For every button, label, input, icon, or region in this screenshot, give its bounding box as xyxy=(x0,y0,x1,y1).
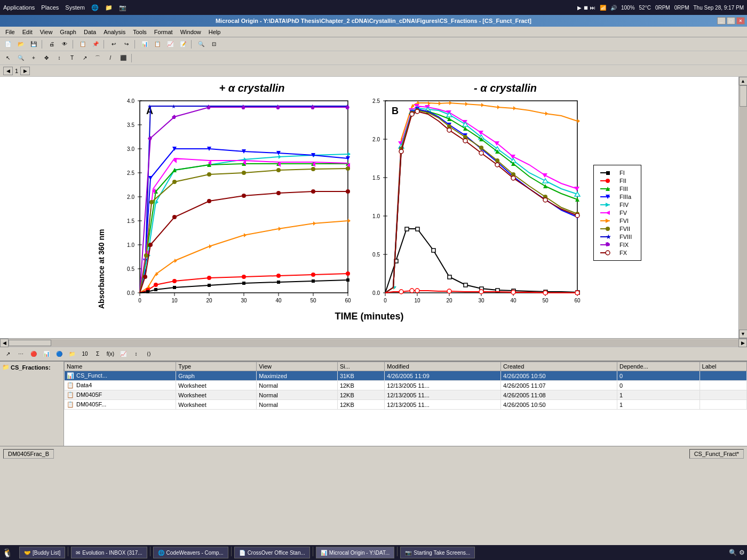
col-view[interactable]: View xyxy=(257,362,338,371)
save-btn[interactable]: 💾 xyxy=(28,39,39,50)
camera-icon: 📷 xyxy=(119,4,126,11)
taskbar-search-icon[interactable]: 🔍 xyxy=(729,549,737,556)
paste-btn[interactable]: 📌 xyxy=(90,39,101,50)
svg-point-234 xyxy=(543,198,547,202)
pointer-btn[interactable]: ↖ xyxy=(2,53,14,63)
cell-depends: 0 xyxy=(617,381,700,390)
taskbar-item-5[interactable]: 📷Starting Take Screens... xyxy=(400,547,475,558)
undo-btn[interactable]: ↩ xyxy=(108,39,120,50)
notes-btn[interactable]: 📝 xyxy=(177,39,189,50)
bt-btn5[interactable]: 🔵 xyxy=(53,349,65,359)
minimize-button[interactable]: _ xyxy=(717,17,726,25)
cell-type: Worksheet xyxy=(176,381,257,390)
text-btn[interactable]: T xyxy=(66,53,78,63)
legend-fvi: FVI xyxy=(600,218,634,224)
zoom-btn[interactable]: 🔍 xyxy=(15,53,27,63)
hscroll-thumb[interactable] xyxy=(9,340,51,346)
redo-btn[interactable]: ↪ xyxy=(121,39,132,50)
bt-btn11[interactable]: ↕ xyxy=(130,349,142,359)
bt-btn6[interactable]: 📁 xyxy=(66,349,78,359)
table-row[interactable]: 📋DM0405F...WorksheetNormal12KB12/13/2005… xyxy=(65,400,747,410)
taskbar-separator xyxy=(231,547,232,556)
taskbar-item-4[interactable]: 📊Microcal Origin - Y:\DAT... xyxy=(316,547,395,558)
tree-expand-icon[interactable]: 📁 xyxy=(2,364,10,371)
col-created[interactable]: Created xyxy=(501,362,617,371)
plus-btn[interactable]: + xyxy=(28,53,39,63)
col-depends[interactable]: Depende... xyxy=(617,362,700,371)
col-name[interactable]: Name xyxy=(65,362,176,371)
taskbar-item-3[interactable]: 📄CrossOver Office Stan... xyxy=(234,547,310,558)
preview-btn[interactable]: 👁 xyxy=(59,39,70,50)
worksheet-btn[interactable]: 📋 xyxy=(152,39,163,50)
taskbar-settings-icon[interactable]: ⚙ xyxy=(739,549,745,556)
line-btn[interactable]: / xyxy=(105,53,116,63)
taskbar-item-0[interactable]: 🤝[Buddy List] xyxy=(19,547,65,558)
bt-btn10[interactable]: 📈 xyxy=(117,349,129,359)
legend-fiv: FIV xyxy=(600,202,634,208)
media-controls[interactable]: ▶ ⏹ ⏭ xyxy=(577,5,595,11)
menu-data[interactable]: Data xyxy=(81,28,99,36)
bt-btn8[interactable]: Σ xyxy=(92,349,104,359)
col-modified[interactable]: Modified xyxy=(385,362,501,371)
hscroll-right-btn[interactable]: ▶ xyxy=(738,339,747,347)
toolbar-1: 📄 📂 💾 🖨 👁 📋 📌 ↩ ↪ 📊 📋 📈 📝 🔍 ⊡ xyxy=(0,37,747,51)
rpm-indicator: 0RPM xyxy=(655,5,670,11)
col-type[interactable]: Type xyxy=(176,362,257,371)
bt-btn1[interactable]: ↗ xyxy=(2,349,14,359)
cell-size: 31KB xyxy=(337,371,384,381)
draw1-btn[interactable]: ↕ xyxy=(53,53,65,63)
legend-fv: FV xyxy=(600,210,634,216)
curve-btn[interactable]: ⌒ xyxy=(92,53,104,63)
bt-btn7[interactable]: 10 xyxy=(79,349,91,359)
menu-help[interactable]: Help xyxy=(205,28,224,36)
pan-btn[interactable]: ✥ xyxy=(41,53,52,63)
table-row[interactable]: 📋DM0405FWorksheetNormal12KB12/13/2005 11… xyxy=(65,390,747,400)
menu-edit[interactable]: Edit xyxy=(19,28,36,36)
col-size[interactable]: Si... xyxy=(337,362,384,371)
print-btn[interactable]: 🖨 xyxy=(46,39,58,50)
table-row[interactable]: 📋Data4WorksheetNormal12KB12/13/2005 11..… xyxy=(65,381,747,390)
svg-point-93 xyxy=(276,191,281,195)
menu-graph[interactable]: Graph xyxy=(57,28,80,36)
graph-btn[interactable]: 📊 xyxy=(139,39,150,50)
menu-view[interactable]: View xyxy=(37,28,56,36)
bt-btn2[interactable]: ⋯ xyxy=(15,349,27,359)
taskbar-item-2[interactable]: 🌐CodeWeavers - Comp... xyxy=(153,547,228,558)
bt-btn12[interactable]: ⟨⟩ xyxy=(143,349,155,359)
vertical-scrollbar[interactable]: ▲ ▼ xyxy=(738,77,747,338)
results-btn[interactable]: 📈 xyxy=(164,39,176,50)
scroll-down-btn[interactable]: ▼ xyxy=(739,330,748,338)
page-prev-btn[interactable]: ◀ xyxy=(3,67,13,75)
page-next-btn[interactable]: ▶ xyxy=(20,67,30,75)
svg-text:★: ★ xyxy=(606,234,611,240)
maximize-button[interactable]: □ xyxy=(727,17,735,25)
menu-tools[interactable]: Tools xyxy=(130,28,150,36)
system-menu[interactable]: System xyxy=(65,4,85,11)
fit-btn[interactable]: ⊡ xyxy=(208,39,220,50)
copy-btn[interactable]: 📋 xyxy=(77,39,89,50)
open-btn[interactable]: 📂 xyxy=(15,39,27,50)
close-button[interactable]: × xyxy=(736,17,745,25)
col-label[interactable]: Label xyxy=(700,362,746,371)
bt-btn3[interactable]: 🔴 xyxy=(28,349,39,359)
taskbar-item-1[interactable]: ✉Evolution - INBOX (317... xyxy=(71,547,147,558)
scroll-up-btn[interactable]: ▲ xyxy=(739,77,748,85)
svg-point-226 xyxy=(399,149,403,154)
places-menu[interactable]: Places xyxy=(41,4,59,11)
horizontal-scrollbar[interactable]: ◀ ▶ xyxy=(0,338,747,347)
menu-window[interactable]: Window xyxy=(177,28,204,36)
stop-btn[interactable]: ⬛ xyxy=(117,53,129,63)
folder-icon: 📁 xyxy=(105,4,113,11)
bt-btn9[interactable]: f(x) xyxy=(105,349,116,359)
menu-file[interactable]: File xyxy=(2,28,18,36)
zoom-in-btn[interactable]: 🔍 xyxy=(195,39,207,50)
apps-menu[interactable]: Applications xyxy=(3,4,35,11)
arrow-btn[interactable]: ↗ xyxy=(79,53,91,63)
scroll-thumb[interactable] xyxy=(740,85,747,107)
bt-btn4[interactable]: 📊 xyxy=(41,349,52,359)
new-btn[interactable]: 📄 xyxy=(2,39,14,50)
menu-analysis[interactable]: Analysis xyxy=(100,28,129,36)
hscroll-left-btn[interactable]: ◀ xyxy=(0,339,9,347)
menu-format[interactable]: Format xyxy=(151,28,176,36)
table-row[interactable]: 📊CS_Funct...GraphMaximized31KB4/26/2005 … xyxy=(65,371,747,381)
